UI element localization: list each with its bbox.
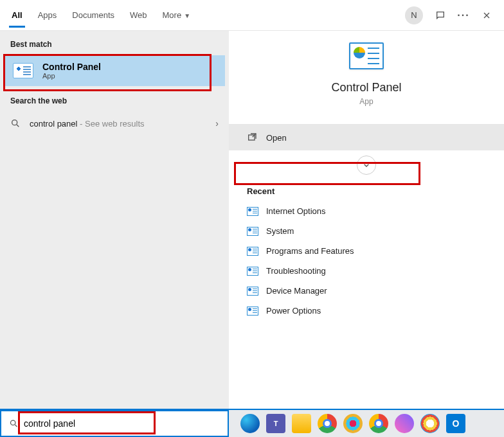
open-action[interactable]: Open <box>229 125 504 150</box>
slack-icon[interactable] <box>343 414 363 433</box>
best-match-result[interactable]: Control Panel App <box>4 55 225 86</box>
app-name: Control Panel <box>331 81 401 94</box>
edge-icon[interactable] <box>240 414 260 433</box>
chevron-right-icon: › <box>215 118 219 129</box>
tab-apps[interactable]: Apps <box>38 3 57 28</box>
recent-internet-options[interactable]: Internet Options <box>229 201 504 221</box>
header-actions: N ··· <box>405 6 492 24</box>
search-icon <box>10 118 21 129</box>
control-panel-icon <box>247 307 258 316</box>
details-pane: Control Panel App Open Recent Internet O… <box>229 31 504 409</box>
svg-point-2 <box>10 420 15 425</box>
chevron-down-icon <box>361 160 372 170</box>
taskbar: T O <box>0 409 504 437</box>
control-panel-icon <box>247 287 258 296</box>
taskbar-apps: T O <box>229 414 465 433</box>
user-avatar[interactable]: N <box>405 6 423 24</box>
control-panel-icon <box>247 267 258 276</box>
start-menu-header: All Apps Documents Web More▼ N ··· <box>0 0 504 31</box>
more-options-icon[interactable]: ··· <box>458 10 469 21</box>
app-hero: Control Panel App <box>229 42 504 125</box>
search-body: Best match Control Panel App Search the … <box>0 31 504 409</box>
file-explorer-icon[interactable] <box>292 414 311 433</box>
teams-icon[interactable]: T <box>266 414 285 433</box>
web-search-result[interactable]: control panel - See web results › <box>0 112 229 135</box>
taskbar-search[interactable] <box>0 410 229 437</box>
results-pane: Best match Control Panel App Search the … <box>0 31 229 409</box>
recent-power-options[interactable]: Power Options <box>229 301 504 321</box>
recent-device-manager[interactable]: Device Manager <box>229 281 504 301</box>
expand-button[interactable] <box>357 156 376 175</box>
result-subtitle: App <box>42 72 101 80</box>
paint-icon[interactable] <box>420 414 440 433</box>
search-web-label: Search the web <box>0 87 229 112</box>
recent-label: Recent <box>229 180 504 201</box>
result-title: Control Panel <box>42 62 101 72</box>
app-type: App <box>359 97 373 106</box>
recent-programs-features[interactable]: Programs and Features <box>229 241 504 261</box>
search-input[interactable] <box>24 418 220 429</box>
tab-documents[interactable]: Documents <box>72 3 114 28</box>
web-query-text: control panel - See web results <box>30 119 145 129</box>
control-panel-icon-large <box>349 42 384 69</box>
control-panel-icon <box>13 63 33 78</box>
open-label: Open <box>266 133 287 143</box>
best-match-label: Best match <box>0 31 229 55</box>
close-icon[interactable] <box>481 10 492 21</box>
svg-point-0 <box>12 120 17 125</box>
control-panel-icon <box>247 207 258 216</box>
snipping-tool-icon[interactable] <box>395 414 414 433</box>
outlook-icon[interactable]: O <box>446 414 465 433</box>
open-icon <box>247 132 257 143</box>
expand-row <box>229 150 504 180</box>
chrome-canary-icon[interactable] <box>369 414 388 433</box>
recent-troubleshooting[interactable]: Troubleshooting <box>229 261 504 281</box>
search-icon <box>9 418 19 429</box>
tab-more[interactable]: More▼ <box>163 3 191 28</box>
tab-web[interactable]: Web <box>130 3 147 28</box>
chevron-down-icon: ▼ <box>184 12 190 19</box>
recent-system[interactable]: System <box>229 221 504 241</box>
chrome-icon[interactable] <box>318 414 337 433</box>
control-panel-icon <box>247 247 258 256</box>
control-panel-icon <box>247 227 258 236</box>
filter-tabs: All Apps Documents Web More▼ <box>12 3 405 28</box>
feedback-icon[interactable] <box>435 10 446 21</box>
tab-all[interactable]: All <box>12 3 22 28</box>
